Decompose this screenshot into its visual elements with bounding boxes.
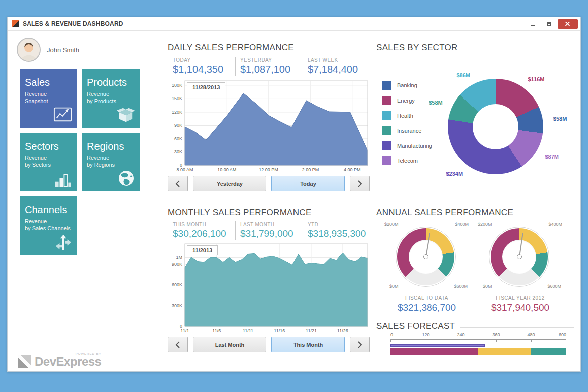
sales-forecast-gauge: 0120240360480600: [390, 332, 566, 355]
legend-swatch: [382, 111, 391, 120]
tile-title: Sales: [25, 77, 72, 88]
stat-last-week: LAST WEEK $7,184,400: [303, 57, 370, 76]
legend-swatch: [382, 156, 391, 165]
daily-yesterday-button[interactable]: Yesterday: [193, 176, 266, 191]
gauge-caption: FISCAL YEAR 2012: [475, 295, 565, 301]
tile-sectors[interactable]: Sectors Revenueby Sectors: [20, 133, 77, 191]
close-button[interactable]: [558, 19, 578, 29]
chevron-left-icon: [175, 180, 180, 187]
daily-date-label: 11/28/2013: [187, 82, 225, 92]
app-logo-icon: [12, 20, 19, 27]
bar-chart-icon: [54, 171, 73, 187]
tile-channels[interactable]: Channels Revenueby Sales Channels: [20, 196, 77, 255]
legend-item-banking[interactable]: Banking: [382, 81, 432, 90]
forecast-marker-bar: [390, 344, 485, 347]
svg-text:11/26: 11/26: [337, 328, 348, 333]
daily-prev-button[interactable]: [168, 176, 188, 191]
slice-label-insurance: $58M: [429, 100, 443, 106]
annual-section-title: ANNUAL SALES PERFORMANCE: [376, 208, 513, 218]
right-column: SALES BY SECTOR Banking Energy Health In…: [376, 31, 574, 371]
slice-label-energy: $116M: [528, 76, 544, 82]
gauge-value: $321,386,700: [381, 302, 472, 313]
svg-text:1M: 1M: [176, 255, 182, 260]
title-bar: SALES & REVENUE DASHBOARD: [8, 17, 580, 31]
monthly-section-title: MONTHLY SALES PERFORMANCE: [168, 208, 312, 218]
legend-item-manufacturing[interactable]: Manufacturing: [382, 141, 432, 150]
gauge-tick-200: $200M: [478, 222, 492, 227]
sector-legend: Banking Energy Health Insurance Manufact…: [382, 81, 432, 171]
svg-text:60K: 60K: [174, 136, 182, 141]
donut-chart[interactable]: [448, 79, 543, 174]
daily-next-button[interactable]: [350, 176, 370, 191]
gauge-tick-0: $0M: [483, 284, 492, 289]
tile-sales[interactable]: Sales RevenueSnapshot: [20, 69, 77, 128]
svg-text:300K: 300K: [172, 303, 182, 308]
slice-label-health: $86M: [457, 72, 471, 78]
stat-ytd: YTD $318,935,300: [303, 221, 370, 240]
svg-text:30K: 30K: [174, 149, 182, 154]
minimize-button[interactable]: [526, 19, 540, 29]
minimize-icon: [531, 25, 535, 26]
maximize-icon: [547, 22, 551, 26]
daily-section-title: DAILY SALES PERFORMANCE: [168, 43, 294, 53]
sales-by-sector-donut[interactable]: $58M $116M $86M $58M $234M $87M: [448, 79, 543, 174]
slice-label-telecom: $87M: [545, 154, 559, 160]
svg-text:11/1: 11/1: [181, 328, 189, 333]
user-profile: John Smith: [17, 38, 79, 62]
monthly-nav: Last Month This Month: [168, 337, 370, 352]
tile-title: Channels: [25, 204, 72, 216]
tile-products[interactable]: Products Revenueby Products: [82, 69, 140, 128]
forecast-section-title: SALES FORECAST: [376, 321, 455, 331]
tile-title: Products: [87, 77, 135, 88]
gauge-pivot: [423, 254, 428, 259]
gauge-tick-200: $200M: [384, 222, 399, 227]
monthly-area-chart[interactable]: 0300K600K900K1M11/111/611/1111/1611/2111…: [168, 241, 370, 336]
svg-text:10:00 AM: 10:00 AM: [217, 167, 236, 172]
stat-today: TODAY $1,104,350: [168, 57, 235, 76]
maximize-button[interactable]: [542, 19, 556, 29]
monthly-this-month-button[interactable]: This Month: [271, 337, 345, 352]
gauge-value: $317,940,500: [475, 302, 565, 313]
monthly-next-button[interactable]: [350, 337, 370, 352]
daily-today-button[interactable]: Today: [271, 176, 345, 191]
gauge-tick-400: $400M: [548, 222, 562, 227]
chevron-left-icon: [175, 341, 180, 348]
monthly-last-month-button[interactable]: Last Month: [193, 337, 266, 352]
stat-this-month: THIS MONTH $30,206,100: [168, 221, 235, 240]
forecast-scale-labels: 0120240360480600: [390, 332, 566, 338]
app-window: SALES & REVENUE DASHBOARD John Smith Sal…: [7, 17, 581, 372]
monthly-stats: THIS MONTH $30,206,100 LAST MONTH $31,79…: [168, 221, 370, 240]
gauge-pivot: [517, 254, 522, 259]
tile-title: Sectors: [25, 141, 72, 152]
svg-text:600K: 600K: [172, 282, 182, 287]
stat-last-month: LAST MONTH $31,799,000: [235, 221, 303, 240]
legend-swatch: [382, 126, 391, 135]
svg-text:90K: 90K: [174, 123, 182, 128]
gauge-tick-0: $0M: [389, 284, 399, 289]
legend-item-insurance[interactable]: Insurance: [382, 126, 432, 135]
svg-text:11/21: 11/21: [306, 328, 317, 333]
tile-regions[interactable]: Regions Revenueby Regions: [82, 133, 140, 191]
legend-item-telecom[interactable]: Telecom: [382, 156, 432, 165]
legend-item-energy[interactable]: Energy: [382, 96, 432, 105]
svg-text:11/6: 11/6: [212, 328, 221, 333]
window-title: SALES & REVENUE DASHBOARD: [23, 20, 526, 27]
middle-column: DAILY SALES PERFORMANCE TODAY $1,104,350…: [168, 31, 370, 371]
legend-item-health[interactable]: Health: [382, 111, 432, 120]
forecast-axis-line: [390, 339, 566, 340]
dashboard-content: John Smith Sales RevenueSnapshot Product…: [8, 31, 580, 371]
svg-text:150K: 150K: [172, 96, 182, 101]
arrows-icon: [54, 233, 73, 251]
monthly-prev-button[interactable]: [168, 337, 188, 352]
svg-text:2:00 PM: 2:00 PM: [302, 167, 319, 172]
svg-text:120K: 120K: [172, 110, 182, 115]
svg-text:8:00 AM: 8:00 AM: [176, 167, 193, 172]
daily-area-chart[interactable]: 030K60K90K120K150K180K8:00 AM10:00 AM12:…: [168, 78, 370, 175]
chevron-right-icon: [357, 180, 362, 187]
legend-swatch: [382, 96, 391, 105]
slice-label-manufacturing: $234M: [446, 171, 463, 177]
gauge-tick-600: $600M: [547, 284, 561, 289]
avatar: [17, 38, 41, 62]
chevron-right-icon: [357, 341, 362, 348]
globe-icon: [117, 169, 135, 187]
